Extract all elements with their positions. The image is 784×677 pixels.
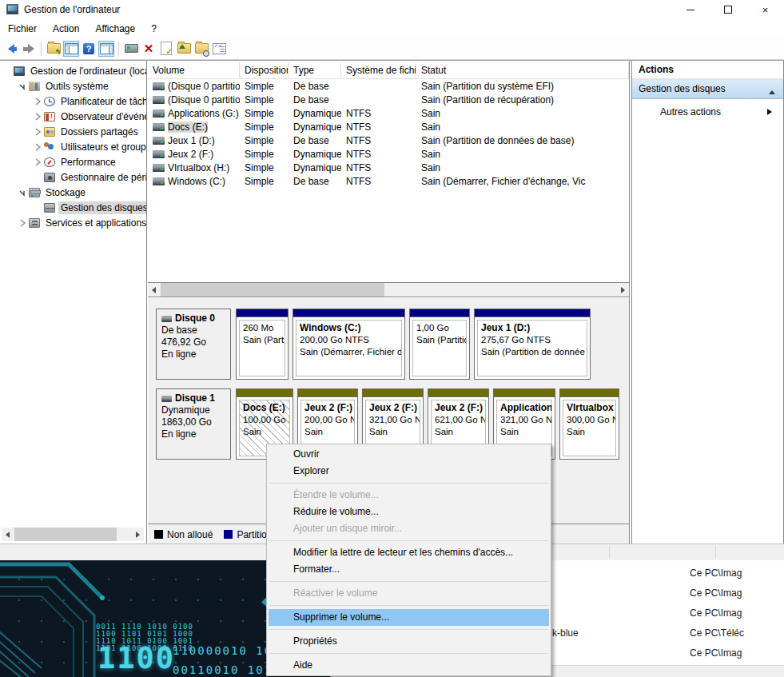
- column-header-volume[interactable]: Volume: [148, 62, 240, 78]
- menu-fichier[interactable]: Fichier: [0, 21, 45, 37]
- chevron-collapsed-icon[interactable]: [34, 158, 42, 166]
- volume-name: Jeux 1 (D:): [168, 135, 215, 146]
- forward-button[interactable]: [21, 41, 37, 57]
- folder-up-button[interactable]: [176, 41, 192, 57]
- actions-group-disk-management[interactable]: Gestion des disques: [632, 80, 783, 99]
- volume-row[interactable]: Windows (C:)SimpleDe baseNTFSSain (Démar…: [148, 174, 629, 188]
- volume-list-header[interactable]: VolumeDispositionTypeSystème de fichiers…: [148, 62, 629, 79]
- menu-item-propriétés[interactable]: Propriétés: [269, 633, 549, 650]
- chevron-collapsed-icon[interactable]: [18, 219, 26, 227]
- sidebar-item-services-et-applications[interactable]: Services et applications: [0, 215, 146, 230]
- close-button[interactable]: ×: [746, 0, 784, 19]
- chevron-collapsed-icon[interactable]: [34, 113, 42, 121]
- delete-button[interactable]: ✕: [141, 41, 157, 57]
- chevron-expanded-icon[interactable]: [18, 82, 26, 90]
- cell-type: De base: [289, 79, 341, 93]
- partition-status: Sain: [369, 426, 419, 438]
- sidebar-item-outils-syst-me[interactable]: Outils système: [0, 78, 146, 94]
- chevron-expanded-icon[interactable]: [18, 189, 26, 197]
- tree-horizontal-scrollbar[interactable]: [2, 528, 144, 541]
- chevron-collapsed-icon[interactable]: [34, 128, 42, 136]
- volume-row[interactable]: (Disque 0 partition 4)SimpleDe baseSain …: [148, 93, 629, 106]
- volume-row[interactable]: Jeux 1 (D:)SimpleDe baseNTFSSain (Partit…: [148, 133, 629, 147]
- storage-icon: [29, 188, 40, 197]
- volume-row[interactable]: (Disque 0 partition 1)SimpleDe baseSain …: [148, 79, 629, 93]
- disk-label-1[interactable]: Disque 1Dynamique1863,00 GoEn ligne: [156, 388, 231, 460]
- menu-item-aide[interactable]: Aide: [269, 657, 549, 674]
- disk-name: Disque 0: [175, 313, 215, 325]
- cell-volume: (Disque 0 partition 1): [148, 79, 240, 93]
- scroll-right-arrow[interactable]: [132, 528, 144, 541]
- volume-row[interactable]: VIrtualbox (H:)SimpleDynamiqueNTFSSain: [148, 161, 629, 174]
- menu-item-réduire-le-volume[interactable]: Réduire le volume...: [269, 504, 549, 520]
- actions-panel-title: Actions: [632, 61, 783, 80]
- sidebar-item-utilisateurs-et-groupes-l[interactable]: Utilisateurs et groupes l: [0, 139, 146, 154]
- chevron-collapsed-icon[interactable]: [34, 143, 42, 151]
- folder-find-button[interactable]: [193, 41, 209, 57]
- tree-scrollbar-thumb[interactable]: [14, 528, 117, 541]
- cell-layout: Simple: [240, 161, 289, 174]
- back-button[interactable]: [3, 41, 19, 57]
- menu-item-modifier-la-lettre-de-lecteur-et-les-chemins-d-accès[interactable]: Modifier la lettre de lecteur et les che…: [269, 544, 549, 561]
- chevron-collapsed-icon[interactable]: [34, 98, 42, 106]
- partition-windows-c[interactable]: Windows (C:)200,00 Go NTFSSain (Démarrer…: [293, 309, 405, 380]
- maximize-icon: [724, 6, 732, 14]
- minimize-button[interactable]: [671, 0, 709, 19]
- actions-item-more-actions[interactable]: Autres actions: [632, 103, 783, 121]
- sidebar-item-stockage[interactable]: Stockage: [0, 185, 146, 200]
- partition-info: 260 MoSain (Part: [239, 320, 285, 376]
- cell-type: De base: [289, 133, 341, 147]
- collapse-icon[interactable]: [769, 87, 775, 94]
- column-header-type[interactable]: Type: [289, 62, 341, 78]
- show-console-tree-button[interactable]: [63, 41, 79, 57]
- properties-list-button[interactable]: [211, 41, 227, 57]
- title-bar[interactable]: Gestion de l'ordinateur ×: [0, 0, 784, 19]
- partition-virtualbox[interactable]: VIrtualbox (300,00 Go NTSain: [559, 388, 619, 460]
- sidebar-item-gestion-des-disques[interactable]: Gestion des disques: [0, 200, 146, 215]
- scroll-left-arrow[interactable]: [148, 283, 160, 297]
- menu-item-explorer[interactable]: Explorer: [269, 463, 549, 480]
- partition-status: Sain (Démarrer, Fichier d: [300, 346, 400, 358]
- partition-type-bar: [560, 389, 619, 397]
- menu-affichage[interactable]: Affichage: [87, 21, 143, 37]
- export-folder-button[interactable]: ↰: [46, 41, 62, 57]
- partition-1-00-go[interactable]: 1,00 GoSain (Partitio: [409, 309, 470, 380]
- sidebar-item-gestionnaire-de-p-riph[interactable]: Gestionnaire de périphé: [0, 169, 146, 185]
- column-header-syst-me-de-fichiers[interactable]: Système de fichiers: [341, 62, 416, 78]
- menu-?[interactable]: ?: [143, 21, 165, 37]
- partition-title: Jeux 1 (D:): [481, 322, 586, 334]
- cell-fs: NTFS: [341, 133, 416, 147]
- scroll-left-arrow[interactable]: [2, 528, 14, 541]
- sidebar-item-dossiers-partag-s[interactable]: Dossiers partagés: [0, 124, 146, 139]
- validate-doc-button[interactable]: [158, 41, 174, 57]
- maximize-button[interactable]: [709, 0, 746, 19]
- menu-action[interactable]: Action: [45, 21, 87, 37]
- sidebar-item-observateur-d-v-neme[interactable]: Observateur d'événeme: [0, 109, 146, 124]
- help-button[interactable]: ?: [81, 41, 97, 57]
- task-scheduler-icon: [44, 97, 55, 106]
- tools-icon: [29, 82, 40, 91]
- sidebar-item-gestion-de-l-ordinateur-local[interactable]: Gestion de l'ordinateur (local): [0, 63, 146, 78]
- volume-list-horizontal-scrollbar[interactable]: [148, 282, 629, 297]
- sidebar-item-performance[interactable]: Performance: [0, 154, 146, 169]
- wallpaper-big-digits: 1100: [98, 641, 175, 675]
- disk-label-0[interactable]: Disque 0De base476,92 GoEn ligne: [156, 309, 231, 380]
- cell-layout: Simple: [240, 120, 289, 133]
- scroll-right-arrow[interactable]: [617, 283, 629, 297]
- volume-scrollbar-thumb[interactable]: [161, 283, 384, 297]
- volume-list: VolumeDispositionTypeSystème de fichiers…: [148, 62, 629, 188]
- remote-console-button[interactable]: [123, 41, 139, 57]
- sidebar-item-planificateur-de-t-ches[interactable]: Planificateur de tâches: [0, 94, 146, 109]
- column-header-statut[interactable]: Statut: [416, 62, 629, 78]
- partition-jeux-1-d[interactable]: Jeux 1 (D:)275,67 Go NTFSSain (Partition…: [474, 309, 591, 380]
- volume-row[interactable]: Applications (G:)SimpleDynamiqueNTFSSain: [148, 106, 629, 120]
- shared-folders-icon: [44, 127, 55, 137]
- volume-row[interactable]: Jeux 2 (F:)SimpleDynamiqueNTFSSain: [148, 147, 629, 161]
- menu-item-ouvrir[interactable]: Ouvrir: [269, 446, 549, 463]
- menu-item-formater[interactable]: Formater...: [269, 561, 549, 578]
- show-action-pane-button[interactable]: [98, 41, 114, 57]
- volume-row[interactable]: Docs (E:)SimpleDynamiqueNTFSSain: [148, 120, 629, 133]
- menu-item-supprimer-le-volume[interactable]: Supprimer le volume...: [269, 609, 549, 626]
- partition-260-mo[interactable]: 260 MoSain (Part: [236, 309, 289, 380]
- column-header-disposition[interactable]: Disposition: [240, 62, 289, 78]
